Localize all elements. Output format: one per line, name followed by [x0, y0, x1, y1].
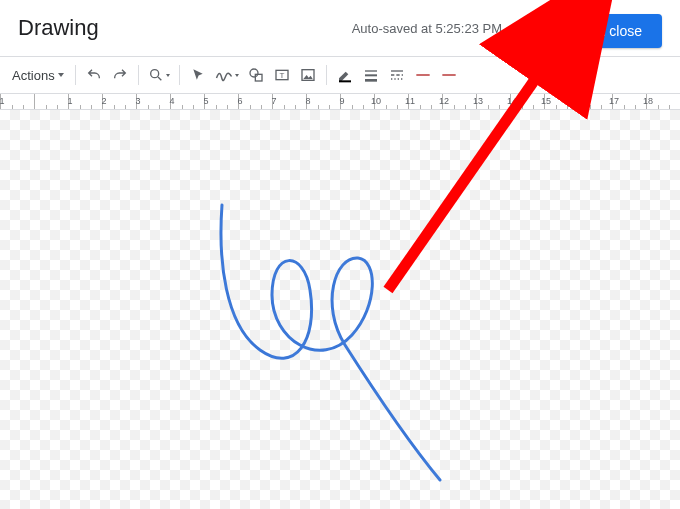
svg-point-1 — [250, 69, 258, 77]
ruler-segment: 8 — [306, 94, 340, 110]
dialog-title: Drawing — [18, 15, 99, 41]
pencil-icon — [337, 67, 353, 83]
svg-point-0 — [150, 70, 158, 78]
svg-text:T: T — [279, 71, 284, 80]
save-and-close-button[interactable]: Save and close — [526, 14, 662, 48]
image-icon — [300, 67, 316, 83]
ruler-segment: 9 — [340, 94, 374, 110]
svg-rect-6 — [339, 80, 351, 82]
line-end-icon — [441, 70, 457, 80]
freehand-scribble — [0, 110, 680, 509]
ruler-number: 1 — [0, 96, 7, 106]
ruler-segment: 11 — [408, 94, 442, 110]
line-end-button[interactable] — [436, 62, 462, 88]
ruler-segment: 5 — [204, 94, 238, 110]
actions-menu-button[interactable]: Actions — [6, 62, 70, 88]
ruler-number: 6 — [235, 96, 245, 106]
ruler-number: 8 — [303, 96, 313, 106]
svg-rect-9 — [365, 79, 377, 82]
ruler-number: 13 — [473, 96, 483, 106]
ruler-segment: 3 — [136, 94, 170, 110]
ruler-number: 7 — [269, 96, 279, 106]
ruler-number: 10 — [371, 96, 381, 106]
line-start-button[interactable] — [410, 62, 436, 88]
cursor-icon — [191, 68, 205, 82]
ruler-segment: 12 — [442, 94, 476, 110]
scribble-tool-button[interactable] — [211, 62, 243, 88]
ruler-segment: 16 — [578, 94, 612, 110]
border-dash-button[interactable] — [384, 62, 410, 88]
ruler-number: 9 — [337, 96, 347, 106]
ruler-segment: 14 — [510, 94, 544, 110]
ruler-number: 12 — [439, 96, 449, 106]
ruler-segment: 17 — [612, 94, 646, 110]
toolbar: Actions T — [0, 56, 680, 94]
ruler-number: 18 — [643, 96, 653, 106]
shape-tool-button[interactable] — [243, 62, 269, 88]
horizontal-ruler: 1123456789101112131415161718 — [0, 94, 680, 110]
ruler-segment: 18 — [646, 94, 680, 110]
svg-rect-2 — [255, 74, 262, 81]
textbox-tool-button[interactable]: T — [269, 62, 295, 88]
ruler-number: 16 — [575, 96, 585, 106]
ruler-number: 14 — [507, 96, 517, 106]
textbox-icon: T — [274, 67, 290, 83]
line-dash-icon — [389, 67, 405, 83]
border-color-button[interactable] — [332, 62, 358, 88]
ruler-number: 15 — [541, 96, 551, 106]
ruler-number: 2 — [99, 96, 109, 106]
ruler-number: 11 — [405, 96, 415, 106]
drawing-canvas[interactable] — [0, 110, 680, 509]
ruler-number: 17 — [609, 96, 619, 106]
ruler-segment: 15 — [544, 94, 578, 110]
undo-button[interactable] — [81, 62, 107, 88]
svg-rect-7 — [365, 70, 377, 71]
chevron-down-icon — [235, 74, 239, 77]
ruler-segment: 10 — [374, 94, 408, 110]
line-start-icon — [415, 70, 431, 80]
ruler-number: 5 — [201, 96, 211, 106]
ruler-segment: 4 — [170, 94, 204, 110]
chevron-down-icon — [58, 73, 64, 77]
ruler-segment: 6 — [238, 94, 272, 110]
zoom-button[interactable] — [144, 62, 174, 88]
shape-icon — [248, 67, 264, 83]
ruler-number: 1 — [65, 96, 75, 106]
ruler-segment: 1 — [0, 94, 34, 110]
ruler-segment: 1 — [68, 94, 102, 110]
ruler-segment — [34, 94, 68, 110]
line-weight-icon — [363, 67, 379, 83]
ruler-number: 3 — [133, 96, 143, 106]
undo-icon — [86, 67, 102, 83]
redo-icon — [112, 67, 128, 83]
select-tool-button[interactable] — [185, 62, 211, 88]
chevron-down-icon — [166, 74, 170, 77]
actions-label: Actions — [12, 68, 55, 83]
border-weight-button[interactable] — [358, 62, 384, 88]
image-tool-button[interactable] — [295, 62, 321, 88]
ruler-segment: 7 — [272, 94, 306, 110]
scribble-icon — [215, 68, 233, 82]
redo-button[interactable] — [107, 62, 133, 88]
zoom-icon — [148, 67, 164, 83]
ruler-segment: 13 — [476, 94, 510, 110]
svg-rect-8 — [365, 74, 377, 76]
ruler-number: 4 — [167, 96, 177, 106]
ruler-segment: 2 — [102, 94, 136, 110]
